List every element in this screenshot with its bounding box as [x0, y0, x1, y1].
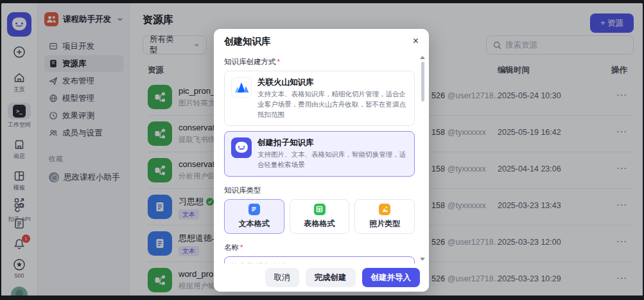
required-mark: *: [277, 58, 280, 66]
method-title: 创建扣子知识库: [257, 137, 408, 148]
method-desc: 支持图片、文本、表格知识库，智能切换管理，适合轻量检索场景: [257, 150, 408, 170]
modal-footer: 取消 完成创建 创建并导入: [214, 263, 429, 292]
method-card-coze[interactable]: 创建扣子知识库 支持图片、文本、表格知识库，智能切换管理，适合轻量检索场景: [224, 131, 415, 177]
modal-header: 创建知识库 ×: [214, 29, 429, 53]
scroll-up-icon[interactable]: [420, 56, 425, 59]
required-mark: *: [240, 243, 243, 251]
name-field: 0/100: [224, 256, 415, 263]
type-card-photo[interactable]: 照片类型: [354, 199, 415, 234]
text-format-icon: [248, 204, 260, 215]
method-label: 知识库创建方式*: [224, 57, 415, 67]
scroll-down-icon[interactable]: [420, 258, 425, 261]
type-card-label: 照片类型: [369, 218, 400, 229]
window-frame: 主页 >_ 工作空间 商店 模板 扣子 API: [0, 0, 644, 300]
modal-scrollbar[interactable]: [419, 56, 426, 261]
type-card-label: 表格格式: [304, 218, 335, 229]
type-card-table[interactable]: 表格格式: [290, 199, 350, 234]
app-root: 主页 >_ 工作空间 商店 模板 扣子 API: [1, 3, 643, 296]
close-icon[interactable]: ×: [413, 36, 419, 46]
scroll-thumb[interactable]: [421, 62, 424, 101]
method-card-volcano[interactable]: 关联火山知识库 支持文本、表格知识库，精细化切片管理，适合企业客户场景，费用由火…: [224, 71, 415, 126]
method-desc: 支持文本、表格知识库，精细化切片管理，适合企业客户场景，费用由火山方舟收取，暂不…: [257, 89, 408, 119]
table-format-icon: [314, 204, 326, 215]
type-label: 知识库类型: [224, 186, 415, 195]
volcano-icon: [231, 77, 252, 98]
method-title: 关联火山知识库: [257, 77, 408, 88]
type-options: 文本格式 表格格式 照片类型: [224, 199, 415, 234]
type-card-label: 文本格式: [239, 218, 270, 229]
create-knowledge-modal: 创建知识库 × 知识库创建方式* 关联火山知识库 支持文本、表格知识库，精细化切…: [214, 29, 429, 292]
create-and-import-button[interactable]: 创建并导入: [362, 268, 421, 287]
type-card-text[interactable]: 文本格式: [224, 199, 284, 234]
cancel-button[interactable]: 取消: [265, 268, 299, 287]
name-label: 名称*: [224, 243, 415, 252]
modal-body: 知识库创建方式* 关联火山知识库 支持文本、表格知识库，精细化切片管理，适合企业…: [214, 53, 429, 263]
photo-type-icon: [379, 204, 390, 215]
modal-title: 创建知识库: [224, 35, 271, 48]
coze-icon: [231, 137, 252, 158]
complete-create-button[interactable]: 完成创建: [306, 268, 356, 287]
